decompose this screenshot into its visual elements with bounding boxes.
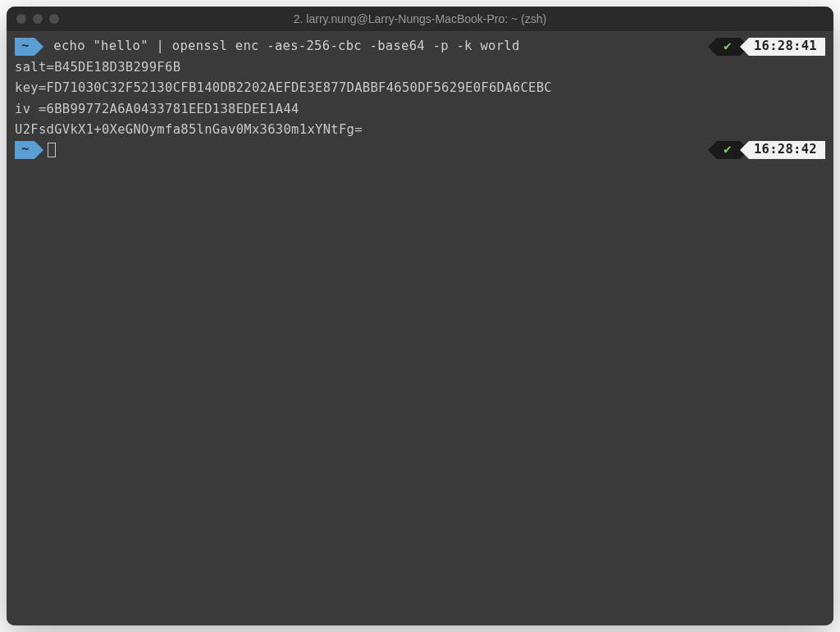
status-badge: ✔ [717, 38, 740, 56]
prompt-segment: ~ [15, 141, 34, 159]
status-badge: ✔ [717, 141, 740, 159]
check-icon: ✔ [724, 36, 732, 57]
minimize-icon[interactable] [33, 14, 43, 24]
output-line: iv =6BB99772A6A0433781EED138EDEE1A44 [15, 99, 825, 120]
time-badge: 16:28:41 [749, 38, 825, 56]
window-title: 2. larry.nung@Larry-Nungs-MacBook-Pro: ~… [7, 12, 833, 25]
time-badge: 16:28:42 [749, 141, 825, 159]
titlebar[interactable]: 2. larry.nung@Larry-Nungs-MacBook-Pro: ~… [7, 7, 833, 31]
output-line: U2FsdGVkX1+0XeGNOymfa85lnGav0Mx3630m1xYN… [15, 120, 825, 141]
prompt-segment: ~ [15, 38, 34, 56]
traffic-lights [7, 14, 59, 24]
close-icon[interactable] [16, 14, 26, 24]
check-icon: ✔ [724, 139, 732, 161]
terminal-body[interactable]: ~ echo "hello" | openssl enc -aes-256-cb… [7, 31, 833, 625]
terminal-window: 2. larry.nung@Larry-Nungs-MacBook-Pro: ~… [7, 7, 833, 625]
command-line: ~ echo "hello" | openssl enc -aes-256-cb… [15, 36, 825, 57]
command-line: ~ ✔ 16:28:42 [15, 141, 825, 159]
command-text: echo "hello" | openssl enc -aes-256-cbc … [46, 36, 520, 57]
output-line: salt=B45DE18D3B299F6B [15, 57, 825, 79]
output-line: key=FD71030C32F52130CFB140DB2202AEFDE3E8… [15, 78, 825, 99]
cursor-icon [48, 143, 56, 157]
maximize-icon[interactable] [49, 14, 59, 24]
